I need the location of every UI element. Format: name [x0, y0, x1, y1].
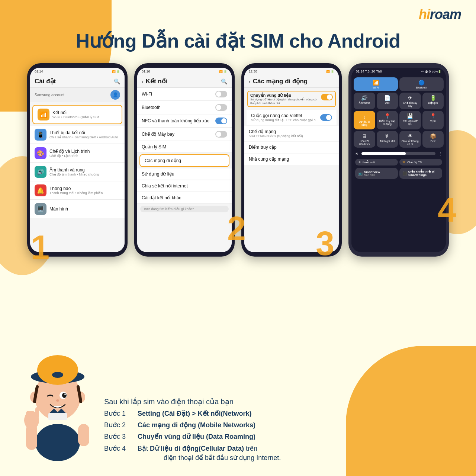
phone-3-item-network-mode[interactable]: Chế độ mạng 5G/LTE/4G/3G/2G (tự động kết… [244, 126, 339, 141]
phone-2-header: ‹ Kết nối 🔍 [137, 75, 232, 88]
phone-4-tile-bluetooth[interactable]: 🔵 Bluetooth [399, 77, 444, 91]
phone-2-toggle-airplane[interactable] [215, 131, 227, 138]
phone-3-toggle-calls[interactable] [320, 114, 332, 121]
phone-1-text-mode: Chế độ và Lịch trình Chế độ • Lịch trình [49, 149, 120, 158]
instruction-step-4-desc: Bật Dữ liệu di động(Cellular Data) trên … [138, 444, 281, 463]
svg-point-9 [52, 372, 63, 378]
phone-3-toggle-roaming[interactable] [321, 94, 333, 100]
phone-4-tile-doc[interactable]: 📄 Doc [377, 93, 398, 109]
phone-3-back-arrow[interactable]: ‹ [249, 78, 251, 84]
phone-2-status-icons: 📶🔋 [219, 70, 227, 73]
phone-2-item-more[interactable]: Cài đặt kết nối khác [137, 192, 232, 204]
phone-1-icon-ketnoi: 📶 [38, 109, 49, 120]
phone-4-tile-datasaver[interactable]: 💾 Tiết kiệm dữ liệu [399, 111, 421, 129]
phone-2-search-bar[interactable]: Bạn đang tìm kiếm điều gì khác? [140, 206, 229, 212]
phone-1-screen: 01:14 📶🔋 Cài đặt 🔍 Samsung account 👤 [30, 68, 125, 252]
phone-4-status-icons: ✏⏻⚙60%🔋 [421, 70, 441, 73]
phone-2-toggle-bluetooth[interactable] [215, 104, 227, 111]
phone-4-tile-share[interactable]: 👁 Chia sẻ Không có ai [399, 131, 421, 148]
phone-1-item-ketnoi[interactable]: 📶 Kết nối Wi-Fi • Bluetooth • Quản lý SI… [32, 105, 122, 124]
phone-1-status-bar: 01:14 📶🔋 [30, 68, 125, 75]
phone-4-smartthings[interactable]: ⬛ Điều khiển thiết bị SmartThings [399, 168, 442, 179]
phone-4-tile-airplane[interactable]: ✈ Chế độ Máy bay [399, 93, 421, 109]
instruction-step-1: Bước 1 Setting (Cài Đặt) > Kết nối(Netwo… [104, 409, 454, 418]
instruction-step-1-label: Bước 1 [104, 409, 138, 418]
phone-1-wrapper: 01:14 📶🔋 Cài đặt 🔍 Samsung account 👤 [27, 63, 128, 257]
phone-2-item-mobile-networks[interactable]: Các mạng di động [139, 154, 229, 167]
phone-3-header-title: Các mạng di động [253, 77, 334, 85]
instruction-step-4-label: Bước 4 [104, 444, 138, 453]
phone-1-icon-devices: 📱 [35, 129, 46, 141]
phone-2-item-data-usage[interactable]: Sử dụng dữ liệu [137, 168, 232, 180]
phone-1-item-display[interactable]: 🖥️ Màn hình [30, 200, 125, 218]
phone-1-search-icon: 🔍 [114, 78, 120, 84]
phone-3-wrapper: 12:30 📶🔋 ‹ Các mạng di động Chuyển vùng … [241, 63, 342, 257]
phone-1-avatar: 👤 [110, 90, 120, 100]
phone-3-data-roaming-box[interactable]: Chuyển vùng dữ liệu Sử dụng dữ liệu di đ… [247, 91, 336, 107]
phone-4-tile-dex[interactable]: 📦 DeX [422, 131, 444, 148]
phone-2-toggle-nfc[interactable] [215, 118, 227, 124]
phone-1-item-devices[interactable]: 📱 Thiết bị đã kết nối Chia sẻ nhanh • Sa… [30, 126, 125, 144]
phone-4-tile-windows[interactable]: 🖥 Liên kết Windows [354, 131, 375, 148]
phone-2-item-airplane[interactable]: Chế độ Máy bay [137, 128, 232, 141]
phone-4-time: 01:14 T.5, 20 Th6 [356, 70, 382, 73]
phone-1-frame: 01:14 📶🔋 Cài đặt 🔍 Samsung account 👤 [27, 63, 128, 257]
phone-4-tile-sound[interactable]: 🔊 Âm thanh [354, 93, 375, 109]
phone-4-eye-mode[interactable]: 👁 Chế độ TS [399, 159, 442, 165]
phone-2-item-bluetooth[interactable]: Bluetooth [137, 101, 232, 114]
phone-1-item-notifications[interactable]: 🔔 Thông báo Thanh trạng thái • Không làm… [30, 181, 125, 200]
phone-4-tile-location[interactable]: 📍 Vị trí [422, 111, 444, 129]
logo-hi: hi [419, 7, 430, 22]
svg-point-0 [35, 424, 80, 461]
page-title: Hướng Dẫn cài đặt SIM cho Android [0, 30, 476, 52]
phone-2-back-arrow[interactable]: ‹ [142, 78, 144, 84]
instruction-step-3-label: Bước 3 [104, 432, 138, 441]
phone-1-header-title: Cài đặt [35, 77, 114, 85]
phone-4-screen: 01:14 T.5, 20 Th6 ✏⏻⚙60%🔋 📶 Wi-Fi 🔵 [351, 68, 446, 252]
svg-rect-17 [35, 407, 39, 418]
instruction-step-2-label: Bước 2 [104, 421, 138, 429]
phone-2-item-hotspot[interactable]: Chia sẻ kết nối internet [137, 180, 232, 192]
phone-4-brightness-icon: ☀ [355, 152, 358, 156]
phone-2-item-wifi[interactable]: Wi-Fi [137, 88, 232, 101]
step-4-number: 4 [438, 193, 456, 227]
phone-4-tile-hotspot[interactable]: 📍 Điểm truy cập di động [377, 111, 398, 129]
instructions-intro: Sau khi lắp sim vào điện thoại của bạn [104, 397, 454, 406]
phone-4-brightness-bar[interactable] [361, 152, 435, 155]
phone-4-more-icon[interactable]: ⋮ [438, 152, 442, 156]
phone-3-item-calls[interactable]: Cuộc gọi nâng cao Viettel Sử dụng mạng d… [247, 110, 337, 125]
phone-2-item-nfc[interactable]: NFC và thanh toán không tiếp xúc [137, 115, 232, 128]
phone-3-screen: 12:30 📶🔋 ‹ Các mạng di động Chuyển vùng … [244, 68, 339, 252]
phone-3-roaming-sub: Sử dụng dữ liệu di động khi đang chuyển … [250, 98, 318, 105]
phone-4-tile-recorder[interactable]: 🎙 Trình ghi MH [377, 131, 398, 148]
phone-2-item-sim[interactable]: Quản lý SIM [137, 141, 232, 153]
phone-2-header-title: Kết nối [146, 77, 221, 85]
phone-4-mode-auto[interactable]: ☀ thoải mái [355, 159, 398, 165]
phone-4-smartview[interactable]: 📺 Smart View Màn hình [355, 168, 398, 179]
phone-1-samsung-text: Samsung account [35, 93, 64, 97]
phone-4-eye-label: Chế độ TS [407, 161, 422, 164]
step-1-number: 1 [31, 231, 49, 264]
phone-4-tile-wifi[interactable]: 📶 Wi-Fi [354, 77, 398, 91]
phone-3-time: 12:30 [249, 70, 257, 73]
phone-4-tile-mobile-data[interactable]: ↕ Dữ liệu di động [354, 111, 375, 129]
phone-4-smartview-label: Smart View [364, 170, 380, 174]
phone-1-item-sound[interactable]: 🔊 Âm thanh và rung Chế độ âm thanh • Nhạ… [30, 163, 125, 181]
phone-3-item-operator[interactable]: Nhà cung cấp mạng [244, 154, 339, 165]
phone-4-quick-settings: 📶 Wi-Fi 🔵 Bluetooth 🔊 Âm thanh [351, 75, 446, 252]
phone-4-tile-battery[interactable]: 🔋 Điện pin [422, 93, 444, 109]
phone-2-toggle-wifi[interactable] [215, 91, 227, 97]
phone-3-status-bar: 12:30 📶🔋 [244, 68, 339, 75]
svg-point-13 [56, 399, 59, 402]
phone-1-item-mode[interactable]: 🎨 Chế độ và Lịch trình Chế độ • Lịch trì… [30, 144, 125, 163]
phone-2-screen: 01:16 📶🔋 ‹ Kết nối 🔍 Wi-Fi [137, 68, 232, 252]
phone-1-samsung-row: Samsung account 👤 [30, 88, 125, 102]
brand-logo: hiroam [419, 7, 461, 22]
phone-1-header: Cài đặt 🔍 [30, 75, 125, 88]
phone-4-wrapper: 01:14 T.5, 20 Th6 ✏⏻⚙60%🔋 📶 Wi-Fi 🔵 [348, 63, 449, 257]
svg-rect-16 [48, 413, 67, 420]
phone-1-text-devices: Thiết bị đã kết nối Chia sẻ nhanh • Sams… [49, 130, 120, 139]
phone-3-item-apn[interactable]: Điểm truy cập [244, 142, 339, 153]
phone-4-qs-grid-row4: 🖥 Liên kết Windows 🎙 Trình ghi MH 👁 Chia… [354, 131, 444, 148]
instruction-step-1-desc: Setting (Cài Đặt) > Kết nối(Network) [138, 409, 252, 418]
